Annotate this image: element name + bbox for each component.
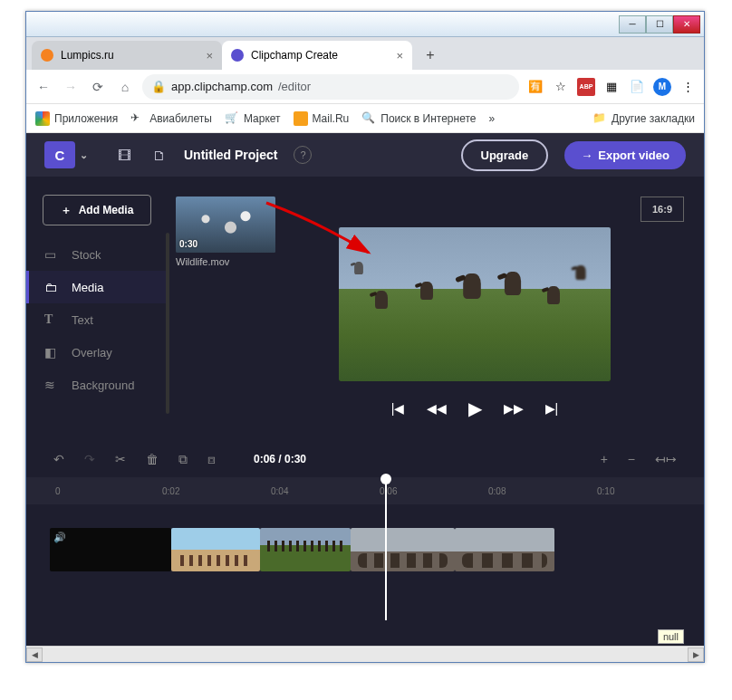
address-bar: ← → ⟳ ⌂ 🔒 app.clipchamp.com/editor 🈶 ☆ A…	[26, 70, 704, 104]
audio-icon[interactable]: 🔊	[53, 532, 72, 546]
export-button[interactable]: →Export video	[564, 141, 686, 169]
time-display: 0:06 / 0:30	[254, 453, 306, 465]
ext-icon[interactable]: ▦	[602, 78, 621, 96]
stock-icon: ▭	[44, 247, 61, 262]
horizontal-scrollbar[interactable]: ◀ ▶	[26, 646, 704, 662]
url-domain: app.clipchamp.com	[171, 80, 273, 93]
help-icon[interactable]: ?	[294, 146, 312, 164]
scroll-left-icon[interactable]: ◀	[26, 647, 43, 662]
media-filename: Wildlife.mov	[176, 256, 229, 267]
zoom-out-button[interactable]: −	[628, 452, 635, 466]
scroll-right-icon[interactable]: ▶	[688, 647, 704, 662]
fit-button[interactable]: ↤↦	[655, 452, 677, 466]
tab-title: Clipchamp Create	[251, 49, 338, 62]
tab-close-icon[interactable]: ×	[206, 49, 213, 62]
clip-seals2[interactable]	[455, 528, 554, 571]
preview-frame	[339, 227, 611, 381]
clip-beach[interactable]	[171, 528, 260, 571]
sidebar: ＋Add Media ▭Stock 🗀Media TText ◧Overlay …	[26, 187, 167, 401]
favicon-icon	[41, 49, 53, 62]
pdf-icon[interactable]: 📄	[628, 78, 646, 96]
profile-icon[interactable]: M	[653, 78, 671, 96]
fastforward-button[interactable]: ▶▶	[504, 401, 524, 416]
play-button[interactable]: ▶	[468, 398, 482, 419]
copy-button[interactable]: ⧉	[178, 452, 188, 467]
other-bookmarks[interactable]: 📁Другие закладки	[592, 111, 695, 126]
abp-icon[interactable]: ABP	[577, 78, 595, 96]
timeline-ruler[interactable]: 0 0:02 0:04 0:06 0:08 0:10	[26, 477, 704, 504]
menu-icon[interactable]: ⋮	[679, 78, 697, 96]
home-button[interactable]: ⌂	[115, 77, 135, 97]
paste-button[interactable]: ⧈	[207, 452, 216, 467]
upgrade-button[interactable]: Upgrade	[461, 139, 549, 171]
media-thumbnail[interactable]: 0:30	[176, 197, 275, 253]
browser-tab-lumpics[interactable]: Lumpics.ru ×	[32, 41, 222, 70]
bookmark-aviabilety[interactable]: ✈Авиабилеты	[130, 111, 212, 126]
text-icon: T	[44, 312, 61, 327]
tab-close-icon[interactable]: ×	[396, 49, 403, 62]
tab-title: Lumpics.ru	[61, 49, 114, 62]
translate-icon[interactable]: 🈶	[526, 78, 544, 96]
new-tab-button[interactable]: +	[418, 43, 443, 68]
bookmark-mailru[interactable]: Mail.Ru	[294, 111, 350, 126]
null-tooltip: null	[658, 629, 684, 644]
browser-window: ─ ☐ ✕ Lumpics.ru × Clipchamp Create × + …	[25, 11, 705, 663]
sidebar-item-background[interactable]: ≋Background	[26, 369, 167, 401]
timeline-toolbar: ↶ ↷ ✂ 🗑 ⧉ ⧈ 0:06 / 0:30 + − ↤↦	[26, 441, 704, 477]
sidebar-item-stock[interactable]: ▭Stock	[26, 238, 167, 271]
app-logo[interactable]: C	[44, 141, 75, 168]
next-button[interactable]: ▶|	[545, 401, 559, 416]
apps-button[interactable]: Приложения	[35, 111, 118, 126]
undo-button[interactable]: ↶	[53, 452, 64, 466]
add-media-button[interactable]: ＋Add Media	[43, 195, 151, 225]
sidebar-item-overlay[interactable]: ◧Overlay	[26, 336, 167, 369]
lock-icon: 🔒	[151, 80, 166, 93]
favicon-icon	[231, 49, 244, 62]
layers-icon: ≋	[44, 378, 61, 392]
clipchamp-app: C 🎞 🗋 Untitled Project ? Upgrade →Export…	[26, 133, 704, 662]
forward-button[interactable]: →	[61, 77, 81, 97]
zoom-in-button[interactable]: +	[601, 452, 608, 466]
delete-button[interactable]: 🗑	[146, 452, 159, 466]
plus-icon: ＋	[61, 203, 72, 218]
timeline[interactable]: 🔊	[26, 504, 704, 646]
url-input[interactable]: 🔒 app.clipchamp.com/editor	[142, 74, 519, 100]
minimize-button[interactable]: ─	[619, 15, 646, 34]
playback-controls: |◀ ◀◀ ▶ ▶▶ ▶|	[339, 398, 611, 419]
os-titlebar: ─ ☐ ✕	[26, 12, 704, 37]
media-icon: 🗀	[44, 280, 61, 294]
close-window-button[interactable]: ✕	[673, 15, 700, 34]
film-icon[interactable]: 🎞	[115, 148, 133, 163]
star-icon[interactable]: ☆	[552, 78, 570, 96]
sidebar-item-text[interactable]: TText	[26, 303, 167, 336]
arrow-right-icon: →	[581, 149, 592, 162]
url-path: /editor	[278, 80, 311, 93]
overlay-icon: ◧	[44, 345, 61, 360]
browser-tabbar: Lumpics.ru × Clipchamp Create × +	[26, 37, 704, 70]
bookmark-search[interactable]: 🔍Поиск в Интернете	[361, 111, 476, 126]
sidebar-item-media[interactable]: 🗀Media	[26, 271, 167, 303]
clip-seals[interactable]	[351, 528, 455, 571]
reload-button[interactable]: ⟳	[88, 77, 108, 97]
project-title[interactable]: Untitled Project	[184, 148, 277, 162]
scroll-track[interactable]	[43, 647, 688, 662]
sidebar-scrollbar[interactable]	[166, 233, 169, 414]
preview-canvas[interactable]	[339, 227, 611, 381]
bookmarks-overflow[interactable]: »	[488, 112, 495, 125]
maximize-button[interactable]: ☐	[646, 15, 673, 34]
aspect-ratio-button[interactable]: 16:9	[640, 197, 684, 222]
playhead[interactable]	[385, 475, 387, 620]
back-button[interactable]: ←	[34, 77, 53, 97]
file-icon[interactable]: 🗋	[149, 148, 168, 163]
browser-tab-clipchamp[interactable]: Clipchamp Create ×	[222, 41, 412, 70]
cut-button[interactable]: ✂	[115, 452, 126, 466]
prev-button[interactable]: |◀	[391, 401, 405, 416]
rewind-button[interactable]: ◀◀	[427, 401, 447, 416]
timeline-track[interactable]	[50, 528, 695, 571]
app-topbar: C 🎞 🗋 Untitled Project ? Upgrade →Export…	[26, 133, 704, 177]
bookmarks-bar: Приложения ✈Авиабилеты 🛒Маркет Mail.Ru 🔍…	[26, 104, 704, 133]
clip-birds[interactable]	[260, 528, 351, 571]
media-duration: 0:30	[179, 239, 197, 249]
bookmark-market[interactable]: 🛒Маркет	[225, 111, 281, 126]
redo-button[interactable]: ↷	[84, 452, 95, 466]
